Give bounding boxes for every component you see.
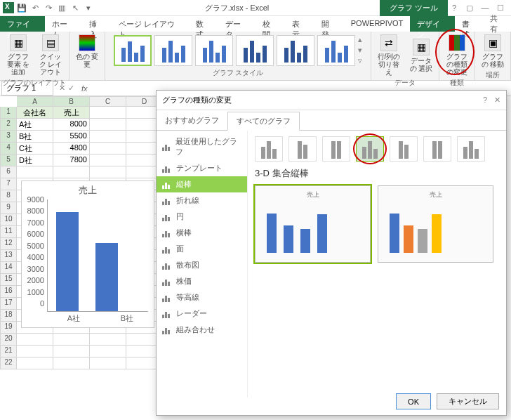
embedded-chart[interactable]: 売上 9000800070006000500040003000200010000… [21, 181, 154, 328]
cell[interactable] [53, 357, 90, 369]
add-chart-element-button[interactable]: ▦グラフ要素 を追加 [4, 33, 33, 77]
chart-category-item[interactable]: 縦棒 [157, 176, 247, 192]
name-box[interactable]: グラフ 1 [1, 81, 53, 96]
row-6[interactable]: 6 [0, 166, 17, 178]
cell[interactable] [90, 119, 126, 131]
switch-row-col-button[interactable]: ⇄行/列の 切り替え [374, 33, 404, 77]
tab-home[interactable]: ホーム [45, 16, 82, 32]
row-17[interactable]: 17 [0, 298, 17, 310]
chart-styles-more[interactable]: ▴▾▿ [358, 35, 362, 65]
chart-category-item[interactable]: 折れ線 [157, 192, 247, 209]
tab-file[interactable]: ファイル [0, 16, 45, 32]
undo-icon[interactable]: ↶ [29, 2, 41, 13]
tab-review[interactable]: 校閲 [255, 16, 285, 32]
cell[interactable]: 4800 [53, 143, 90, 155]
cell[interactable]: 5500 [53, 131, 90, 143]
chart-category-item[interactable]: レーダー [157, 306, 247, 322]
tab-design[interactable]: デザイン [410, 16, 455, 32]
col-C[interactable]: C [90, 96, 126, 107]
cell[interactable]: 7800 [53, 155, 90, 166]
row-15[interactable]: 15 [0, 274, 17, 286]
minimize-icon[interactable]: — [479, 4, 491, 13]
cell[interactable] [17, 346, 53, 357]
row-21[interactable]: 21 [0, 346, 17, 357]
chart-style-1[interactable] [114, 35, 152, 66]
chart-category-item[interactable]: 円 [157, 209, 247, 225]
tab-pagelayout[interactable]: ページ レイアウト [112, 16, 190, 32]
chart-style-4[interactable] [236, 35, 274, 66]
fx-icon[interactable]: fx [79, 84, 91, 93]
row-1[interactable]: 1 [0, 107, 17, 119]
chart-category-item[interactable]: 面 [157, 241, 247, 257]
move-chart-button[interactable]: ▣グラフの 移動 [478, 33, 507, 70]
cell[interactable]: 8000 [53, 119, 90, 131]
subtype-clustered-3d[interactable] [356, 136, 384, 162]
tab-all-charts[interactable]: すべてのグラフ [227, 112, 300, 131]
chart-category-item[interactable]: テンプレート [157, 160, 247, 176]
row-2[interactable]: 2 [0, 119, 17, 131]
cell[interactable] [17, 166, 53, 178]
tab-data[interactable]: データ [218, 16, 255, 32]
tab-dev[interactable]: 開発 [314, 16, 344, 32]
cell[interactable] [90, 107, 126, 119]
subtype-clustered-2d[interactable] [255, 136, 283, 162]
row-19[interactable]: 19 [0, 322, 17, 334]
chart-preview-1[interactable]: 売上 [255, 185, 371, 263]
cell[interactable] [17, 357, 53, 369]
tab-powerpivot[interactable]: POWERPIVOT [344, 16, 411, 32]
cell[interactable]: 売上 [53, 107, 90, 119]
subtype-100stacked-3d[interactable] [423, 136, 451, 162]
chart-style-5[interactable] [277, 35, 314, 66]
tab-view[interactable]: 表示 [285, 16, 314, 32]
enter-icon[interactable]: ✓ [68, 84, 74, 93]
tab-format[interactable]: 書式 [455, 16, 484, 32]
row-14[interactable]: 14 [0, 262, 17, 274]
print-icon[interactable]: ▥ [56, 2, 67, 13]
row-12[interactable]: 12 [0, 238, 17, 250]
row-22[interactable]: 22 [0, 357, 17, 369]
subtype-stacked-2d[interactable] [288, 136, 317, 162]
cell[interactable] [90, 334, 126, 346]
chart-category-item[interactable]: 株価 [157, 273, 247, 289]
row-13[interactable]: 13 [0, 250, 17, 262]
cell[interactable]: C社 [17, 143, 53, 155]
save-icon[interactable]: 💾 [16, 2, 27, 13]
row-5[interactable]: 5 [0, 155, 17, 166]
cell[interactable] [17, 334, 53, 346]
subtype-stacked-3d[interactable] [390, 136, 418, 162]
chart-preview-2[interactable]: 売上 [378, 185, 493, 263]
row-16[interactable]: 16 [0, 286, 17, 298]
chart-style-6[interactable] [317, 35, 355, 66]
help-icon[interactable]: ? [448, 4, 460, 13]
ribbon-options-icon[interactable]: ▢ [463, 4, 476, 13]
cell[interactable]: D社 [17, 155, 53, 166]
row-4[interactable]: 4 [0, 143, 17, 155]
row-9[interactable]: 9 [0, 202, 17, 214]
row-8[interactable]: 8 [0, 190, 17, 202]
dialog-close-icon[interactable]: ✕ [494, 96, 500, 105]
cell[interactable] [90, 131, 126, 143]
pointer-icon[interactable]: ↖ [69, 2, 81, 13]
cancel-button[interactable]: キャンセル [437, 393, 499, 409]
row-18[interactable]: 18 [0, 310, 17, 322]
change-colors-button[interactable]: 色の 変更 [72, 33, 102, 70]
chart-style-2[interactable] [154, 35, 192, 66]
select-data-button[interactable]: ▦データの 選択 [406, 37, 436, 74]
chart-category-item[interactable]: 散布図 [157, 257, 247, 273]
cell[interactable] [90, 166, 126, 178]
tab-recommended[interactable]: おすすめグラフ [157, 112, 227, 130]
cell[interactable] [90, 155, 126, 166]
cancel-icon[interactable]: ✕ [59, 84, 65, 93]
cell[interactable]: B社 [17, 131, 53, 143]
subtype-100stacked-2d[interactable] [322, 136, 350, 162]
share-button[interactable]: 共有 [484, 16, 511, 32]
qat-more-icon[interactable]: ▾ [83, 2, 94, 13]
cell[interactable] [53, 346, 90, 357]
row-7[interactable]: 7 [0, 178, 17, 190]
ok-button[interactable]: OK [396, 393, 431, 409]
tab-formulas[interactable]: 数式 [189, 16, 218, 32]
chart-category-item[interactable]: 横棒 [157, 225, 247, 241]
chart-category-item[interactable]: 等高線 [157, 289, 247, 306]
cell[interactable] [90, 143, 126, 155]
cell[interactable] [90, 357, 126, 369]
